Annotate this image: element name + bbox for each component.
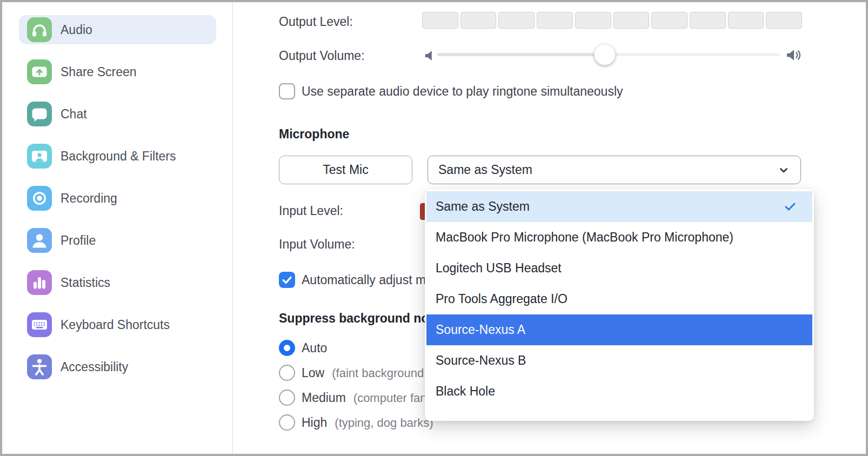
meter-segment	[613, 12, 650, 29]
suppress-option-hint: (typing, dog barks)	[335, 415, 433, 431]
background-filters-icon	[27, 144, 52, 169]
sidebar-item-keyboard-shortcuts[interactable]: Keyboard Shortcuts	[19, 310, 216, 339]
sidebar-item-chat[interactable]: Chat	[19, 99, 216, 129]
meter-segment	[728, 12, 764, 29]
dropdown-option-label: Same as System	[436, 199, 530, 214]
sidebar-item-share-screen[interactable]: Share Screen	[19, 57, 216, 86]
dropdown-option[interactable]: Source-Nexus A	[426, 314, 812, 345]
microphone-device-dropdown: Same as System MacBook Pro Microphone (M…	[425, 189, 814, 421]
output-level-label: Output Level:	[279, 14, 353, 30]
dropdown-option-label: Logitech USB Headset	[436, 261, 562, 276]
suppress-option-label: High	[302, 414, 327, 431]
input-level-label: Input Level:	[279, 203, 343, 219]
sidebar-item-background-filters[interactable]: Background & Filters	[19, 142, 216, 171]
slider-thumb[interactable]	[594, 44, 616, 65]
dropdown-option-label: Black Hole	[436, 384, 495, 399]
suppress-noise-heading: Suppress background noise	[279, 311, 446, 326]
ringtone-checkbox-label: Use separate audio device to play ringto…	[302, 83, 623, 99]
record-icon	[27, 186, 52, 211]
suppress-radio-medium[interactable]	[279, 390, 295, 406]
test-mic-button[interactable]: Test Mic	[279, 156, 412, 184]
input-volume-label: Input Volume:	[279, 236, 355, 253]
suppress-option-label: Auto	[302, 340, 327, 356]
zoom-settings-window: Audio Share Screen Chat Background & Fil…	[0, 0, 868, 456]
microphone-device-select[interactable]: Same as System	[428, 156, 801, 184]
dropdown-option[interactable]: Logitech USB Headset	[426, 253, 812, 284]
profile-icon	[27, 228, 52, 253]
sidebar-item-label: Accessibility	[61, 360, 128, 374]
sidebar-item-label: Share Screen	[61, 65, 137, 79]
check-icon	[783, 199, 797, 217]
meter-segment	[766, 12, 802, 29]
dropdown-option-label: MacBook Pro Microphone (MacBook Pro Micr…	[436, 230, 733, 245]
meter-segment	[537, 12, 573, 29]
meter-segment	[460, 12, 497, 29]
output-volume-slider[interactable]	[437, 44, 780, 65]
suppress-radio-high[interactable]	[279, 414, 295, 431]
sidebar-item-accessibility[interactable]: Accessibility	[19, 352, 216, 381]
meter-segment	[575, 12, 611, 29]
dropdown-option[interactable]: Same as System	[426, 191, 812, 222]
sidebar-item-label: Statistics	[61, 276, 110, 290]
suppress-option-label: Low	[302, 365, 324, 381]
suppress-radio-low[interactable]	[279, 365, 295, 381]
selected-device-text: Same as System	[438, 163, 532, 177]
sidebar-item-label: Background & Filters	[61, 149, 176, 164]
dropdown-option[interactable]: Source-Nexus B	[426, 345, 812, 376]
dropdown-option[interactable]: MacBook Pro Microphone (MacBook Pro Micr…	[426, 222, 812, 253]
sidebar-item-label: Audio	[61, 23, 92, 37]
dropdown-option-label: Source-Nexus B	[436, 353, 526, 368]
speaker-low-icon	[424, 49, 437, 65]
statistics-icon	[27, 270, 52, 295]
settings-sidebar: Audio Share Screen Chat Background & Fil…	[2, 2, 233, 454]
speaker-high-icon	[786, 48, 802, 64]
dropdown-option-label: Source-Nexus A	[436, 323, 525, 337]
dropdown-option[interactable]: Black Hole	[426, 376, 812, 407]
chevron-down-icon	[777, 163, 791, 180]
meter-segment	[651, 12, 687, 29]
sidebar-item-label: Recording	[61, 191, 117, 206]
sidebar-item-label: Profile	[61, 233, 96, 248]
headphones-icon	[27, 17, 52, 42]
sidebar-item-statistics[interactable]: Statistics	[19, 268, 216, 297]
microphone-heading: Microphone	[279, 126, 349, 142]
suppress-option-label: Medium	[302, 390, 346, 406]
meter-segment	[690, 12, 726, 29]
share-screen-icon	[27, 59, 52, 84]
output-level-meter	[422, 12, 802, 29]
sidebar-item-profile[interactable]: Profile	[19, 226, 216, 255]
meter-segment	[498, 12, 535, 29]
chat-bubble-icon	[27, 102, 52, 126]
audio-settings-pane: Output Level: Output Volume: Use separat…	[233, 2, 866, 454]
suppress-radio-auto[interactable]	[279, 340, 295, 356]
dropdown-option-label: Pro Tools Aggregate I/O	[436, 292, 567, 306]
sidebar-item-audio[interactable]: Audio	[19, 15, 216, 44]
dropdown-option[interactable]: Pro Tools Aggregate I/O	[426, 284, 812, 314]
output-volume-label: Output Volume:	[279, 48, 365, 64]
keyboard-icon	[27, 312, 52, 337]
auto-adjust-checkbox[interactable]	[279, 272, 295, 288]
accessibility-icon	[27, 354, 52, 379]
meter-segment	[422, 12, 458, 29]
ringtone-checkbox[interactable]	[279, 83, 295, 99]
sidebar-item-recording[interactable]: Recording	[19, 184, 216, 213]
sidebar-item-label: Keyboard Shortcuts	[61, 318, 170, 332]
sidebar-item-label: Chat	[61, 107, 87, 122]
